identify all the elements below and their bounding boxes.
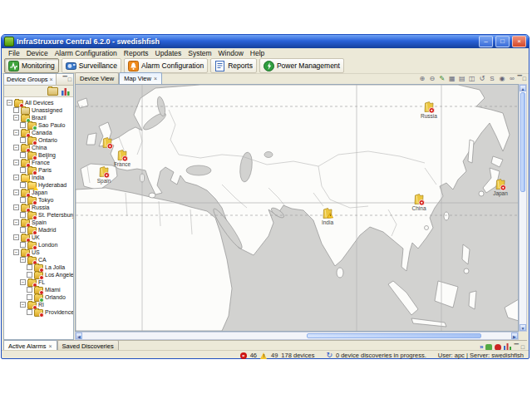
restore-button[interactable]: □ [495,36,510,47]
map-marker[interactable] [101,135,113,150]
zoom-in-icon[interactable]: ⊕ [417,74,426,83]
maximize-view-icon[interactable]: □ [68,76,71,82]
expander-icon[interactable]: − [13,130,19,135]
minimize-button[interactable]: – [479,36,493,47]
maximize-view-icon[interactable]: □ [523,76,526,81]
tree-item[interactable]: Hyderabad [5,181,73,189]
tree-item[interactable]: −FL [5,278,73,286]
menu-device[interactable]: Device [23,49,52,57]
chart-icon[interactable] [61,87,70,96]
tree-item[interactable]: London [5,241,73,249]
binoculars-icon[interactable]: ∞ [507,74,516,83]
tree-item[interactable]: Unassigned [5,106,73,114]
list-icon[interactable]: ▤ [457,74,466,83]
vertical-scrollbar[interactable]: ▲ ▼ [519,84,527,332]
tree-item[interactable]: Sao Paulo [5,121,73,129]
tree-item[interactable]: Paris [5,166,73,174]
expander-icon[interactable]: − [20,279,26,285]
alarm-configuration-button[interactable]: Alarm Configuration [124,58,208,73]
menu-file[interactable]: File [5,49,23,57]
tree-item[interactable]: −Russia [5,204,73,211]
map-marker[interactable]: China [413,192,425,206]
tree-item[interactable]: −France [5,159,73,166]
tree-item[interactable]: −Spain [5,219,73,226]
expander-icon[interactable]: − [20,302,26,308]
expander-icon[interactable]: − [13,145,19,150]
edit-map-icon[interactable]: ✎ [437,74,446,83]
minimize-view-icon[interactable]: ▔ [514,344,518,350]
tree-item[interactable]: −All Devices [5,99,73,106]
close-icon[interactable]: × [48,343,52,349]
surveillance-button[interactable]: Surveillance [62,58,121,73]
tree-item[interactable]: Beijing [5,151,73,159]
close-icon[interactable]: × [154,76,157,81]
menu-updates[interactable]: Updates [152,49,185,57]
menu-alarm-configuration[interactable]: Alarm Configuration [52,49,121,57]
map-marker[interactable]: Spain [98,165,110,179]
layers-icon[interactable]: ▦ [447,74,456,83]
map-canvas[interactable]: FranceSpainRussiaIndiaChinaJapan [75,84,519,332]
expander-icon[interactable]: − [13,204,19,210]
horizontal-scrollbar[interactable]: ◀ ▶ [75,332,519,340]
menu-help[interactable]: Help [247,49,268,57]
expander-icon[interactable]: − [13,190,19,195]
map-marker[interactable]: Russia [423,100,435,114]
horizontal-scroll-thumb[interactable] [307,333,481,338]
new-group-folder-icon[interactable] [47,87,58,96]
tree-item[interactable]: −CA [5,256,73,264]
close-icon[interactable]: × [50,76,53,82]
expander-icon[interactable]: − [13,234,19,240]
menu-system[interactable]: System [185,49,214,57]
map-marker[interactable]: France [116,148,128,162]
tree-item[interactable]: −Japan [5,189,73,196]
minimize-view-icon[interactable]: ▔ [62,76,66,82]
title-bar[interactable]: InfraStruxure Central 6.2.0 - swedishfis… [2,35,529,48]
expander-icon[interactable]: − [13,249,19,255]
power-management-button[interactable]: Power Management [259,58,344,73]
tree-item[interactable]: −RI [5,301,73,308]
expander-icon[interactable]: − [13,160,19,165]
device-groups-tab[interactable]: Device Groups × [4,74,57,85]
expander-icon[interactable]: − [13,219,19,225]
tree-item[interactable]: Orlando [5,293,73,301]
monitoring-button[interactable]: Monitoring [4,58,59,73]
tree-item[interactable]: −Canada [5,129,73,136]
menu-window[interactable]: Window [215,49,247,57]
tree-item[interactable]: −China [5,144,73,151]
tree-item[interactable]: Tokyo [5,196,73,204]
vertical-scroll-thumb[interactable] [520,92,525,192]
tree-item[interactable]: La Jolla [5,264,73,271]
visibility-icon[interactable]: ◉ [497,74,506,83]
close-button[interactable]: × [512,36,526,47]
expander-icon[interactable]: − [13,175,19,180]
tree-item[interactable]: Los Angeles [5,271,73,278]
tree-item[interactable]: Providence [5,308,73,316]
image-icon[interactable]: ◫ [467,74,476,83]
scroll-up-icon[interactable]: ▲ [520,85,526,91]
rotate-icon[interactable]: ↺ [477,74,486,83]
tree-item[interactable]: −UK [5,234,73,241]
tree-item[interactable]: Miami [5,286,73,293]
menu-reports[interactable]: Reports [121,49,152,57]
map-marker[interactable]: Japan [495,177,506,191]
zoom-out-icon[interactable]: ⊖ [427,74,436,83]
tree-item[interactable]: St. Petersburg [5,211,73,219]
expander-icon[interactable]: − [20,257,26,263]
tree-item[interactable]: Madrid [5,226,73,234]
minimize-view-icon[interactable]: ▔ [517,76,521,81]
tree-item[interactable]: −Brazil [5,114,73,121]
scroll-right-icon[interactable]: ▶ [511,332,518,339]
scroll-down-icon[interactable]: ▼ [520,324,526,331]
expander-icon[interactable]: − [7,100,12,106]
tab-map-view[interactable]: Map View × [119,72,162,84]
reports-button[interactable]: Reports [210,58,257,73]
maximize-view-icon[interactable]: □ [521,344,525,350]
scroll-left-icon[interactable]: ◀ [76,332,82,339]
tree-item[interactable]: −US [5,249,73,256]
expander-icon[interactable]: − [13,115,19,121]
tree-item[interactable]: −India [5,174,73,181]
map-marker[interactable]: India [322,206,333,220]
label-s-icon[interactable]: S [487,74,496,83]
tree-item[interactable]: Ontario [5,136,73,144]
tab-device-view[interactable]: Device View [75,72,119,84]
